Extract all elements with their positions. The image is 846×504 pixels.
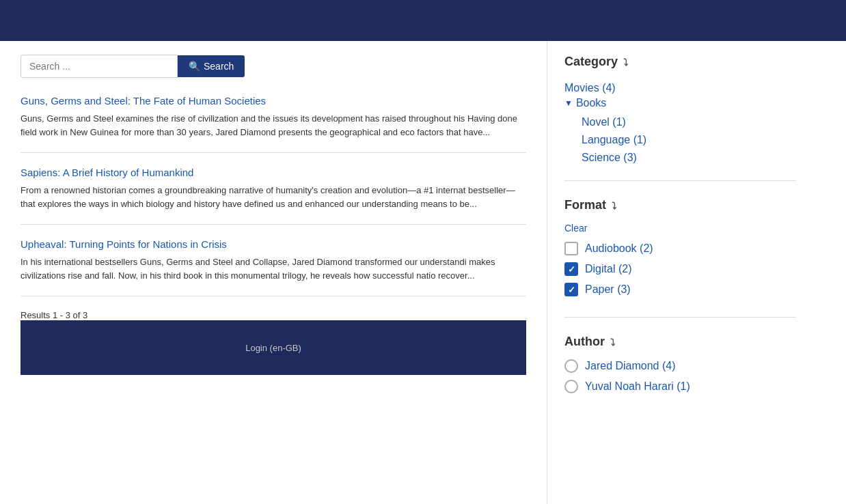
books-toggle[interactable]: ▼ Books <box>564 97 796 109</box>
search-icon: 🔍 <box>189 61 200 72</box>
login-link[interactable]: Login (en-GB) <box>245 343 301 353</box>
yuval-noah-harari-label[interactable]: Yuval Noah Harari (1) <box>585 380 690 393</box>
format-section: Format ⤵ Clear Audiobook (2) Digital (2)… <box>564 198 796 318</box>
category-section: Category ⤵ Movies (4) ▼ Books Novel (1) … <box>564 55 796 181</box>
search-button[interactable]: 🔍 Search <box>178 55 245 77</box>
format-paper-row: Paper (3) <box>564 283 796 296</box>
paper-checkbox[interactable] <box>564 283 578 296</box>
result-description: In his international bestsellers Guns, G… <box>21 255 526 282</box>
digital-label[interactable]: Digital (2) <box>585 263 631 275</box>
format-clear-button[interactable]: Clear <box>564 223 796 234</box>
author-section: Author ⤵ Jared Diamond (4) Yuval Noah Ha… <box>564 335 796 414</box>
results-count: Results 1 - 3 of 3 <box>21 310 526 320</box>
result-item: Guns, Germs and Steel: The Fate of Human… <box>21 95 526 153</box>
format-heading[interactable]: Format ⤵ <box>564 198 796 212</box>
category-heading[interactable]: Category ⤵ <box>564 55 796 69</box>
format-audiobook-row: Audiobook (2) <box>564 242 796 255</box>
yuval-noah-harari-radio[interactable] <box>564 380 578 393</box>
audiobook-label[interactable]: Audiobook (2) <box>585 242 653 255</box>
digital-checkbox[interactable] <box>564 262 578 276</box>
result-title[interactable]: Guns, Germs and Steel: The Fate of Human… <box>21 95 526 107</box>
chevron-down-icon: ⤵ <box>610 337 615 348</box>
result-description: Guns, Germs and Steel examines the rise … <box>21 112 526 139</box>
result-title[interactable]: Sapiens: A Brief History of Humankind <box>21 167 526 178</box>
paper-label[interactable]: Paper (3) <box>585 283 631 296</box>
result-description: From a renowned historian comes a ground… <box>21 184 526 210</box>
author-heading[interactable]: Author ⤵ <box>564 335 796 349</box>
search-input[interactable] <box>21 55 178 78</box>
author-yuval-row: Yuval Noah Harari (1) <box>564 380 796 393</box>
jared-diamond-label[interactable]: Jared Diamond (4) <box>585 360 676 372</box>
audiobook-checkbox[interactable] <box>564 242 578 255</box>
category-novel[interactable]: Novel (1) <box>582 113 796 131</box>
category-science[interactable]: Science (3) <box>582 149 796 167</box>
result-item: Upheaval: Turning Points for Nations in … <box>21 238 526 296</box>
top-bar <box>0 0 846 41</box>
books-subcategories: Novel (1) Language (1) Science (3) <box>564 113 796 167</box>
chevron-down-icon: ⤵ <box>623 57 628 68</box>
result-title[interactable]: Upheaval: Turning Points for Nations in … <box>21 238 526 250</box>
category-language[interactable]: Language (1) <box>582 131 796 149</box>
category-movies[interactable]: Movies (4) <box>564 79 796 97</box>
chevron-down-icon: ⤵ <box>612 200 616 211</box>
jared-diamond-radio[interactable] <box>564 359 578 373</box>
sidebar: Category ⤵ Movies (4) ▼ Books Novel (1) … <box>547 41 813 504</box>
format-digital-row: Digital (2) <box>564 262 796 276</box>
author-jared-row: Jared Diamond (4) <box>564 359 796 373</box>
footer: Login (en-GB) <box>21 320 526 375</box>
chevron-down-icon: ▼ <box>564 98 573 108</box>
result-item: Sapiens: A Brief History of Humankind Fr… <box>21 167 526 225</box>
